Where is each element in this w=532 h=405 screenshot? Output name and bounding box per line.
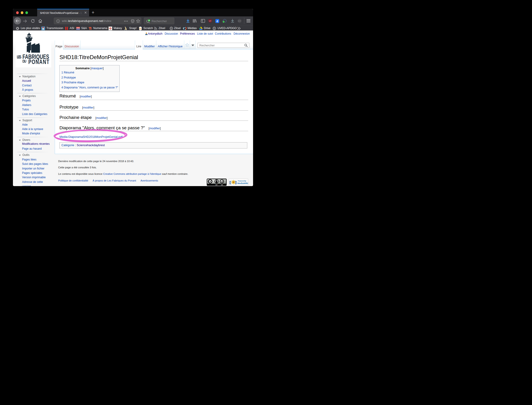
svg-text:]]: ]] [235,181,237,184]
svg-text:d: d [216,19,218,23]
svg-text:C+: C+ [238,20,241,22]
svg-text:CC: CC [208,180,212,183]
svg-text:SCIENCES: SCIENCES [76,27,80,28]
svg-text:uO: uO [209,20,211,22]
svg-text:MediaWiki: MediaWiki [237,182,248,184]
svg-text:Powered By: Powered By [238,180,246,182]
svg-text:BY: BY [216,184,218,186]
svg-text:LES: LES [17,55,21,59]
svg-text:DU: DU [22,59,26,63]
svg-text:SA: SA [221,184,223,186]
svg-text:S: S [140,27,141,30]
svg-text:AVENIR: AVENIR [76,29,80,30]
